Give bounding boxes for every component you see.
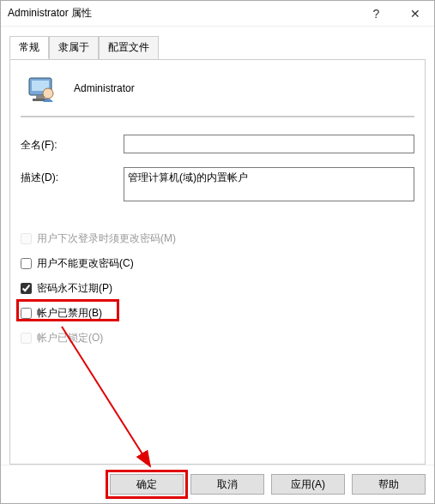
fullname-row: 全名(F): (21, 135, 414, 153)
tab-strip: 常规 隶属于 配置文件 (9, 36, 426, 60)
neverexpire-label: 密码永不过期(P) (37, 281, 112, 296)
description-row: 描述(D): 管理计算机(域)的内置帐户 (21, 167, 414, 204)
locked-label: 帐户已锁定(O) (37, 331, 103, 345)
general-panel: Administrator 全名(F): 描述(D): 管理计算机(域)的内置帐… (9, 59, 426, 465)
mustchange-checkbox (21, 233, 32, 244)
titlebar-controls: ? ✕ (357, 1, 434, 26)
fullname-label: 全名(F): (21, 135, 124, 153)
content-area: 常规 隶属于 配置文件 Administrator (1, 27, 434, 465)
button-row: 确定 取消 应用(A) 帮助 (1, 465, 434, 503)
properties-dialog: Administrator 属性 ? ✕ 常规 隶属于 配置文件 (0, 0, 435, 504)
description-input[interactable]: 管理计算机(域)的内置帐户 (124, 167, 414, 201)
tab-profile[interactable]: 配置文件 (99, 36, 159, 59)
account-header: Administrator (21, 73, 414, 104)
cannotchange-label: 用户不能更改密码(C) (37, 256, 134, 271)
svg-point-4 (43, 88, 53, 99)
neverexpire-checkbox[interactable] (21, 283, 32, 294)
divider (21, 116, 414, 117)
account-name: Administrator (74, 82, 135, 94)
disabled-label: 帐户已禁用(B) (37, 306, 102, 321)
close-button[interactable]: ✕ (396, 1, 434, 26)
tab-memberof[interactable]: 隶属于 (49, 36, 99, 59)
apply-button[interactable]: 应用(A) (271, 474, 345, 495)
titlebar: Administrator 属性 ? ✕ (1, 1, 434, 27)
help-button[interactable]: ? (357, 1, 396, 26)
mustchange-row: 用户下次登录时须更改密码(M) (21, 231, 414, 246)
help-button-bottom[interactable]: 帮助 (352, 474, 426, 495)
tab-general[interactable]: 常规 (9, 36, 49, 59)
description-label: 描述(D): (21, 167, 124, 185)
disabled-checkbox[interactable] (21, 308, 32, 319)
cancel-button[interactable]: 取消 (190, 474, 264, 495)
window-title: Administrator 属性 (8, 6, 92, 21)
user-icon (26, 73, 57, 104)
cannotchange-row[interactable]: 用户不能更改密码(C) (21, 256, 414, 271)
ok-button[interactable]: 确定 (110, 474, 184, 495)
cannotchange-checkbox[interactable] (21, 258, 32, 269)
svg-line-6 (62, 327, 150, 466)
mustchange-label: 用户下次登录时须更改密码(M) (37, 231, 176, 246)
disabled-row[interactable]: 帐户已禁用(B) (21, 306, 414, 321)
neverexpire-row[interactable]: 密码永不过期(P) (21, 281, 414, 296)
fullname-input[interactable] (124, 135, 414, 153)
locked-checkbox (21, 333, 32, 344)
locked-row: 帐户已锁定(O) (21, 331, 414, 345)
